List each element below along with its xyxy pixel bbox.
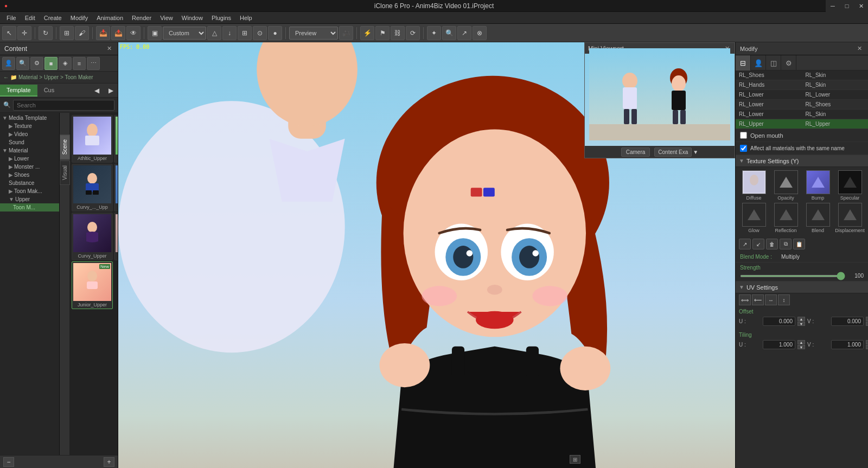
tree-item-sound[interactable]: Sound xyxy=(0,138,59,146)
content-icon-extra[interactable]: ⋯ xyxy=(87,57,100,70)
uv-tiling-u-input[interactable] xyxy=(763,340,795,349)
texture-img-glow[interactable] xyxy=(742,203,766,227)
tex-action-delete[interactable]: 🗑 xyxy=(766,239,778,249)
content-item-1[interactable]: Athltic_Upper xyxy=(72,115,113,163)
content-icon-morph[interactable]: ◈ xyxy=(59,57,72,70)
content-icon-search[interactable]: 🔍 xyxy=(16,57,29,70)
affect-materials-label[interactable]: Affect all materials with the same name xyxy=(750,145,845,151)
left-panel-minus[interactable]: − xyxy=(3,457,14,467)
tree-item-lower[interactable]: ▶Lower xyxy=(0,155,59,163)
tex-action-copy[interactable]: ⧉ xyxy=(780,239,792,249)
motion-btn[interactable]: ⚡ xyxy=(360,26,374,40)
search-input[interactable] xyxy=(13,100,114,111)
align-btn[interactable]: △ xyxy=(207,26,221,40)
texture-img-opacity[interactable] xyxy=(774,170,798,194)
viewport-corner-icon[interactable]: ⊞ xyxy=(570,455,580,464)
frame-btn[interactable]: ▣ xyxy=(148,26,162,40)
strength-slider[interactable] xyxy=(740,275,845,277)
star-btn[interactable]: ✦ xyxy=(427,26,441,40)
content-icon-actor[interactable]: 👤 xyxy=(2,57,15,70)
menu-view[interactable]: View xyxy=(156,14,177,22)
content-item-4[interactable]: Curvy_Upper xyxy=(114,164,118,211)
uv-tiling-v-down[interactable]: ▼ xyxy=(866,345,868,349)
texture-img-reflection[interactable] xyxy=(774,203,798,227)
content-item-5[interactable]: Curvy_Upper xyxy=(72,213,113,260)
uv-offset-u-input[interactable] xyxy=(763,317,795,326)
menu-window[interactable]: Window xyxy=(177,14,207,22)
tex-action-paste[interactable]: 📋 xyxy=(793,239,805,249)
texture-img-displacement[interactable] xyxy=(838,203,862,227)
uv-offset-u-down[interactable]: ▼ xyxy=(797,322,805,326)
tree-item-material[interactable]: ▼Material xyxy=(0,146,59,155)
import-btn[interactable]: 📥 xyxy=(96,26,110,40)
table-row[interactable]: RL_Lower RL_Shoes xyxy=(736,100,868,110)
scale-tool[interactable]: ⊞ xyxy=(60,26,74,40)
uv-align-flip-h[interactable]: ↔ xyxy=(765,294,777,305)
menu-plugins[interactable]: Plugins xyxy=(207,14,235,22)
snap-btn[interactable]: ↓ xyxy=(222,26,237,40)
tree-item-shoes[interactable]: ▶Shoes xyxy=(0,171,59,179)
uv-align-fit-h[interactable]: ⟺ xyxy=(739,294,751,305)
uv-tiling-u-down[interactable]: ▼ xyxy=(797,345,805,349)
uv-offset-v-up[interactable]: ▲ xyxy=(866,317,868,321)
content-icon-cloth[interactable]: ≡ xyxy=(73,57,86,70)
mini-viewport-camera-btn[interactable]: Camera xyxy=(621,148,650,157)
menu-modify[interactable]: Modify xyxy=(66,14,92,22)
menu-create[interactable]: Create xyxy=(40,14,66,22)
eye-btn[interactable]: 👁 xyxy=(126,26,141,40)
flag-btn[interactable]: ⚑ xyxy=(375,26,390,40)
record-btn[interactable]: ● xyxy=(268,26,282,40)
content-icon-material[interactable]: ■ xyxy=(44,57,58,70)
tree-item-media-template[interactable]: ▼Media Template xyxy=(0,114,59,122)
table-row[interactable]: RL_Shoes RL_Skin xyxy=(736,70,868,80)
menu-render[interactable]: Render xyxy=(127,14,156,22)
texture-img-diffuse[interactable] xyxy=(742,170,766,194)
tab-nav-right[interactable]: ▶ xyxy=(104,84,118,98)
modify-tab-gear[interactable]: ⚙ xyxy=(781,55,796,70)
ik-btn[interactable]: ⟳ xyxy=(406,26,420,40)
uv-offset-v-down[interactable]: ▼ xyxy=(866,322,868,326)
move-tool[interactable]: ✛ xyxy=(17,26,31,40)
preview-dropdown[interactable]: Preview xyxy=(289,27,338,40)
modify-tab-texture[interactable]: ◫ xyxy=(766,55,781,70)
tex-action-export[interactable]: ↗ xyxy=(739,239,751,249)
menu-help[interactable]: Help xyxy=(235,14,257,22)
mini-viewport-content-dropdown[interactable]: Content Exa xyxy=(654,148,692,157)
uv-offset-u-up[interactable]: ▲ xyxy=(797,317,805,321)
texture-img-bump[interactable] xyxy=(806,170,830,194)
content-icon-joint[interactable]: ⚙ xyxy=(30,57,43,70)
uv-offset-v-input[interactable] xyxy=(831,317,864,326)
affect-materials-checkbox[interactable] xyxy=(740,145,747,152)
grid-btn[interactable]: ⊞ xyxy=(238,26,252,40)
settings-btn[interactable]: ⊙ xyxy=(253,26,267,40)
side-tab-visual[interactable]: Visual xyxy=(60,161,70,185)
table-row[interactable]: RL_Hands RL_Skin xyxy=(736,80,868,90)
cam-path-btn[interactable]: ↗ xyxy=(457,26,471,40)
uv-align-fit-v[interactable]: ⟵ xyxy=(752,294,764,305)
open-mouth-label[interactable]: Open mouth xyxy=(750,132,783,139)
content-item-7[interactable]: New Junior_Upper xyxy=(72,261,113,309)
left-panel-plus[interactable]: + xyxy=(104,457,114,467)
tab-custom[interactable]: Cus xyxy=(37,85,61,97)
tree-item-monster[interactable]: ▶Monster ... xyxy=(0,163,59,171)
content-item-6[interactable]: Junior_Upper xyxy=(114,213,118,260)
rotate-tool[interactable]: ↻ xyxy=(39,26,53,40)
modify-tab-person[interactable]: 👤 xyxy=(751,55,766,70)
uv-tiling-u-up[interactable]: ▲ xyxy=(797,340,805,344)
uv-align-flip-v[interactable]: ↕ xyxy=(778,294,790,305)
tree-item-substance[interactable]: Substance xyxy=(0,179,59,187)
table-row[interactable]: RL_Lower RL_Lower xyxy=(736,90,868,100)
link-btn[interactable]: ⛓ xyxy=(391,26,405,40)
texture-img-specular[interactable] xyxy=(838,170,862,194)
paint-tool[interactable]: 🖌 xyxy=(75,26,89,40)
content-item-3[interactable]: Curvy_..._Upp xyxy=(72,164,113,211)
modify-tab-sliders[interactable]: ⊟ xyxy=(736,55,751,70)
content-item-2[interactable]: Athltic_Upper xyxy=(114,115,118,163)
menu-file[interactable]: File xyxy=(2,14,21,22)
tab-template[interactable]: Template xyxy=(0,85,37,97)
close-button[interactable]: ✕ xyxy=(854,0,868,12)
right-panel-close[interactable]: ✕ xyxy=(855,44,864,53)
minimize-button[interactable]: ─ xyxy=(826,0,840,12)
side-tab-scene[interactable]: Scene xyxy=(60,134,70,159)
tree-item-toon-mak[interactable]: ▶Toon Mak... xyxy=(0,187,59,195)
